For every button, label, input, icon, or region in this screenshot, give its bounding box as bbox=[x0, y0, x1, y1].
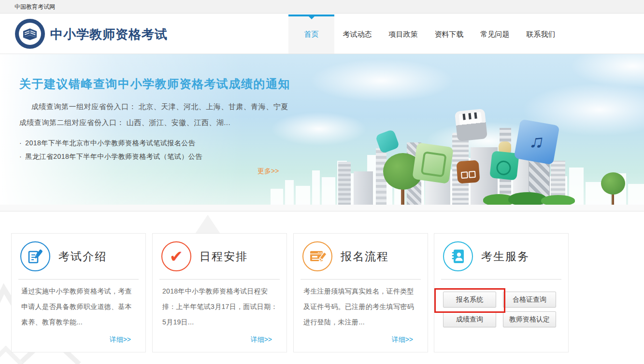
card-text: 通过实施中小学教师资格考试，考查申请人是否具备教师职业道德、基本素养、教育教学能… bbox=[21, 283, 137, 330]
card-text: 考生注册须填写真实姓名，证件类型及证件号码。已注册的考生填写密码进行登陆，未注册… bbox=[303, 283, 419, 330]
hero-banner: ♫ 关于建议错峰查询中小学教师资格考试成绩的通知 成绩查询第一组对应省份入口： … bbox=[0, 54, 644, 211]
more-link[interactable]: 更多>> bbox=[258, 167, 279, 176]
tab-exam-news[interactable]: 考试动态 bbox=[334, 14, 380, 54]
certificate-query-button[interactable]: 合格证查询 bbox=[503, 292, 556, 308]
main-nav: 首页 考试动态 项目政策 资料下载 常见问题 联系我们 bbox=[288, 14, 564, 54]
cloud bbox=[309, 59, 454, 102]
cloud bbox=[271, 112, 367, 146]
news-item[interactable]: 2018年下半年北京市中小学教师资格考试笔试报名公告 bbox=[19, 139, 195, 148]
divider bbox=[18, 279, 139, 280]
tab-faq[interactable]: 常见问题 bbox=[472, 14, 518, 54]
card-title: 报名流程 bbox=[341, 234, 389, 279]
score-query-button[interactable]: 成绩查询 bbox=[443, 311, 496, 327]
divider bbox=[441, 279, 561, 280]
highlight-box bbox=[434, 288, 505, 313]
ntce-logo-icon bbox=[14, 18, 45, 49]
card-schedule: ✔ 日程安排 2018年中小学教师资格考试日程安排：上半年笔试3月17日，面试日… bbox=[152, 233, 287, 352]
teacher-qualification-button[interactable]: 教师资格认定 bbox=[503, 311, 556, 327]
form-pencil-icon bbox=[302, 241, 332, 271]
tab-downloads[interactable]: 资料下载 bbox=[426, 14, 472, 54]
detail-link[interactable]: 详细>> bbox=[110, 336, 131, 344]
topbar bbox=[0, 0, 644, 14]
bush bbox=[541, 195, 575, 206]
floating-cube bbox=[456, 160, 480, 183]
site-home-link[interactable]: 中国教育考试网 bbox=[14, 3, 55, 11]
banner-title[interactable]: 关于建议错峰查询中小学教师资格考试成绩的通知 bbox=[19, 76, 290, 92]
piano-cube bbox=[455, 109, 487, 141]
ground-strip bbox=[0, 205, 644, 211]
card-title: 日程安排 bbox=[200, 234, 248, 279]
divider bbox=[159, 279, 280, 280]
card-title: 考试介绍 bbox=[58, 234, 107, 279]
card-text: 2018年中小学教师资格考试日程安排：上半年笔试3月17日，面试日期：5月19日… bbox=[162, 283, 278, 330]
contact-book-icon bbox=[443, 241, 473, 271]
card-title: 考生服务 bbox=[481, 234, 530, 279]
banner-line-1: 成绩查询第一组对应省份入口： 北京、天津、河北、上海、甘肃、青海、宁夏 bbox=[31, 102, 288, 112]
document-pen-icon bbox=[20, 241, 50, 271]
detail-link[interactable]: 详细>> bbox=[251, 336, 272, 344]
music-cube: ♫ bbox=[514, 119, 560, 165]
banner-line-2: 成绩查询第二组对应省份入口： 山西、浙江、安徽、江西、湖... bbox=[19, 118, 230, 127]
floating-cube bbox=[412, 142, 454, 184]
checkmark-icon: ✔ bbox=[161, 241, 191, 271]
card-registration-process: 报名流程 考生注册须填写真实姓名，证件类型及证件号码。已注册的考生填写密码进行登… bbox=[293, 233, 428, 352]
tab-contact[interactable]: 联系我们 bbox=[518, 14, 564, 54]
news-item[interactable]: 黑龙江省2018年下半年中小学教师资格考试（笔试）公告 bbox=[19, 153, 202, 161]
tab-project-policy[interactable]: 项目政策 bbox=[380, 14, 426, 54]
divider bbox=[301, 279, 421, 280]
page-title: 中小学教师资格考试 bbox=[50, 26, 168, 43]
card-exam-intro: 考试介绍 通过实施中小学教师资格考试，考查申请人是否具备教师职业道德、基本素养、… bbox=[11, 233, 146, 352]
header: 中小学教师资格考试 首页 考试动态 项目政策 资料下载 常见问题 联系我们 bbox=[0, 14, 644, 54]
tab-home[interactable]: 首页 bbox=[288, 14, 334, 54]
page: 中国教育考试网 中小学教师资格考试 首页 考试动态 项目政策 资料下载 常见问题… bbox=[0, 0, 644, 364]
detail-link[interactable]: 详细>> bbox=[392, 336, 413, 344]
music-note-icon: ♫ bbox=[514, 119, 559, 163]
